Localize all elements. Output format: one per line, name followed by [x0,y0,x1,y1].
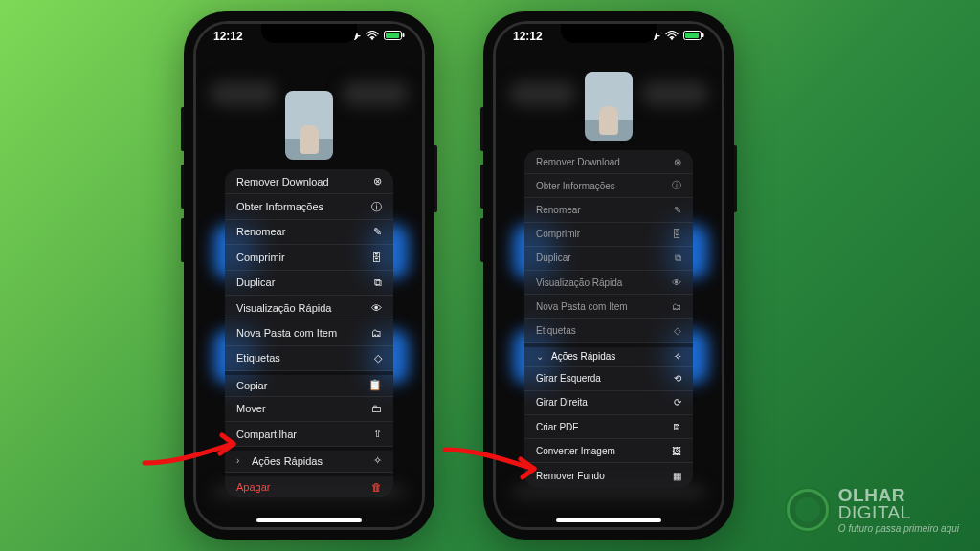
menu-item-label: Renomear [536,205,666,215]
menu-item-converter-imagem[interactable]: Converter Imagem🖼 [524,439,693,463]
menu-item-comprimir[interactable]: Comprimir🗄 [225,245,393,270]
file-thumbnail[interactable] [585,72,633,141]
menu-item-visualiza-o-r-pida[interactable]: Visualização Rápida👁 [524,271,693,295]
menu-item-label: Etiquetas [536,325,666,336]
menu-item-criar-pdf[interactable]: Criar PDF🗎 [524,415,693,439]
menu-item-label: Criar PDF [536,422,666,432]
menu-item-duplicar[interactable]: Duplicar⧉ [524,247,693,271]
battery-icon [384,30,405,43]
menu-item-label: Compartilhar [236,429,367,440]
phone-mockup-left: 12:12 ✈︎ Remover Download⊗Obter Informaç… [184,11,434,540]
menu-item-icon: ⟲ [666,373,681,384]
menu-item-label: Copiar [236,380,367,391]
screen: 12:12 ✈︎ Remover Download⊗Obter Informaç… [193,21,425,530]
svg-rect-2 [403,33,405,37]
notch [561,24,657,43]
battery-icon [683,30,704,43]
menu-item-visualiza-o-r-pida[interactable]: Visualização Rápida👁 [225,296,393,320]
menu-item-nova-pasta-com-item[interactable]: Nova Pasta com Item🗂 [225,320,393,345]
menu-item-label: Comprimir [536,229,666,239]
menu-item-label: Visualização Rápida [236,302,367,314]
menu-item-icon: ▦ [666,471,681,481]
notch [261,24,357,43]
menu-item-label: Remover Download [236,176,367,187]
cat-photo-icon [599,106,618,135]
brand-logo: OLHARDIGITAL O futuro passa primeiro aqu… [787,487,959,534]
menu-item-a-es-r-pidas[interactable]: ›Ações Rápidas✧ [225,447,393,472]
menu-item-label: Nova Pasta com Item [236,327,367,339]
wifi-icon [665,30,679,43]
menu-item-icon: 🗀 [367,403,382,414]
menu-item-icon: ◇ [666,325,681,336]
menu-item-icon: ⓘ [367,200,382,214]
menu-item-nova-pasta-com-item[interactable]: Nova Pasta com Item🗂 [524,295,693,319]
menu-item-renomear[interactable]: Renomear✎ [225,220,393,245]
menu-item-obter-informa-es[interactable]: Obter Informaçõesⓘ [524,174,693,198]
menu-item-label: Apagar [236,481,367,493]
chevron-icon: ⌄ [536,351,547,362]
menu-item-mover[interactable]: Mover🗀 [225,397,393,422]
context-menu: Remover Download⊗Obter InformaçõesⓘRenom… [225,169,393,497]
menu-item-icon: 🗂 [666,301,681,312]
menu-item-girar-direita[interactable]: Girar Direita⟳ [524,391,693,415]
menu-item-label: Duplicar [536,253,666,263]
menu-item-icon: ⧉ [666,253,681,264]
menu-item-icon: 🗎 [666,422,681,432]
menu-item-icon: ⇧ [367,428,382,440]
menu-item-icon: ⟳ [666,397,681,408]
menu-item-apagar[interactable]: Apagar🗑 [225,473,393,497]
menu-item-etiquetas[interactable]: Etiquetas◇ [524,319,693,342]
svg-rect-5 [702,33,704,37]
menu-item-label: Renomear [236,226,367,237]
menu-item-remover-download[interactable]: Remover Download⊗ [225,169,393,194]
menu-item-label: Comprimir [236,252,367,263]
menu-item-label: Remover Download [536,157,666,167]
menu-item-icon: ✧ [367,454,382,467]
menu-item-label: Obter Informações [536,181,666,191]
menu-item-comprimir[interactable]: Comprimir🗄 [524,223,693,247]
screen: 12:12 ✈︎ Remover Download⊗Obter Informaç… [493,21,724,530]
svg-rect-4 [685,33,699,38]
menu-item-girar-esquerda[interactable]: Girar Esquerda⟲ [524,367,693,391]
menu-item-icon: ⊗ [367,175,382,187]
menu-item-icon: ◇ [367,352,382,364]
home-indicator[interactable] [256,518,362,522]
menu-item-label: Remover Fundo [536,471,666,481]
menu-item-icon: 🗄 [367,252,382,263]
menu-item-label: Girar Esquerda [536,373,666,384]
menu-item-remover-download[interactable]: Remover Download⊗ [524,150,693,174]
menu-item-label: Visualização Rápida [536,277,666,288]
phone-mockup-right: 12:12 ✈︎ Remover Download⊗Obter Informaç… [483,11,734,540]
menu-item-icon: ✧ [666,351,681,362]
menu-item-label: Ações Rápidas [551,351,666,362]
menu-item-icon: ⓘ [666,179,681,192]
status-time: 12:12 [213,30,243,43]
menu-item-etiquetas[interactable]: Etiquetas◇ [225,346,393,371]
menu-item-remover-fundo[interactable]: Remover Fundo▦ [524,463,693,487]
home-indicator[interactable] [556,518,661,522]
cat-photo-icon [300,125,319,154]
file-thumbnail[interactable] [285,91,333,160]
menu-item-renomear[interactable]: Renomear✎ [524,198,693,222]
menu-item-copiar[interactable]: Copiar📋 [225,371,393,396]
menu-item-icon: ✎ [666,205,681,215]
menu-item-a-es-r-pidas[interactable]: ⌄Ações Rápidas✧ [524,343,693,367]
brand-ring-icon [787,489,829,531]
menu-item-label: Girar Direita [536,397,666,408]
menu-item-obter-informa-es[interactable]: Obter Informaçõesⓘ [225,194,393,219]
menu-item-label: Duplicar [236,276,367,288]
context-menu: Remover Download⊗Obter InformaçõesⓘRenom… [524,150,693,488]
menu-item-icon: 🖼 [666,446,681,456]
menu-item-compartilhar[interactable]: Compartilhar⇧ [225,422,393,447]
menu-item-label: Converter Imagem [536,446,666,456]
menu-item-label: Ações Rápidas [252,455,367,467]
menu-item-label: Mover [236,403,367,414]
menu-item-duplicar[interactable]: Duplicar⧉ [225,271,393,296]
menu-item-icon: 🗂 [367,327,382,339]
menu-item-icon: 🗄 [666,229,681,239]
menu-item-icon: ⧉ [367,276,382,289]
menu-item-icon: 🗑 [367,481,382,493]
menu-item-icon: 👁 [666,277,681,288]
brand-tagline: O futuro passa primeiro aqui [838,523,959,534]
menu-item-label: Etiquetas [236,352,367,364]
